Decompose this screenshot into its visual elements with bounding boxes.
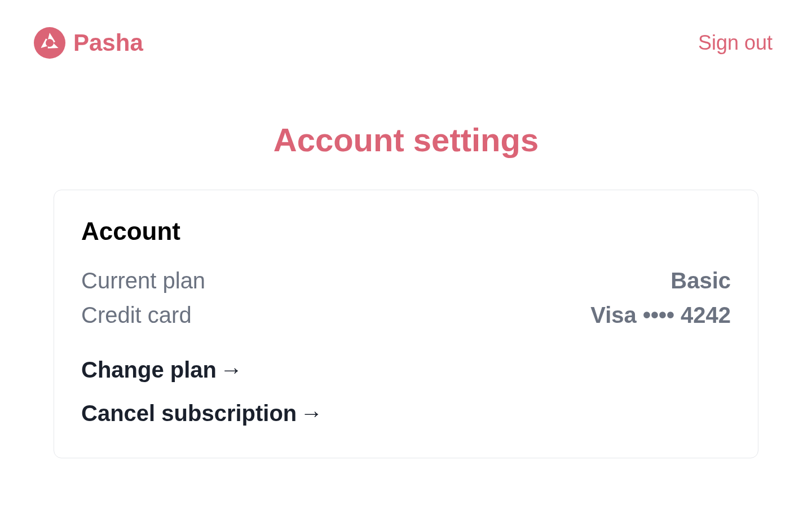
current-plan-value: Basic: [670, 268, 731, 293]
current-plan-row: Current plan Basic: [81, 268, 731, 293]
sign-out-link[interactable]: Sign out: [698, 31, 773, 55]
account-card: Account Current plan Basic Credit card V…: [54, 190, 758, 458]
change-plan-label: Change plan: [81, 357, 217, 382]
change-plan-link[interactable]: Change plan→: [81, 357, 242, 383]
current-plan-label: Current plan: [81, 268, 205, 293]
account-section-title: Account: [81, 217, 731, 246]
credit-card-label: Credit card: [81, 303, 192, 328]
header: Pasha Sign out: [0, 0, 812, 59]
aperture-icon: [34, 27, 65, 59]
credit-card-row: Credit card Visa •••• 4242: [81, 303, 731, 328]
brand-name: Pasha: [73, 29, 143, 56]
cancel-subscription-link[interactable]: Cancel subscription→: [81, 401, 731, 426]
arrow-right-icon: →: [220, 357, 242, 383]
svg-point-1: [46, 39, 54, 47]
credit-card-value: Visa •••• 4242: [590, 303, 731, 328]
cancel-subscription-label: Cancel subscription: [81, 401, 297, 426]
logo[interactable]: Pasha: [34, 27, 143, 59]
page-title: Account settings: [0, 121, 812, 159]
arrow-right-icon: →: [300, 401, 323, 426]
